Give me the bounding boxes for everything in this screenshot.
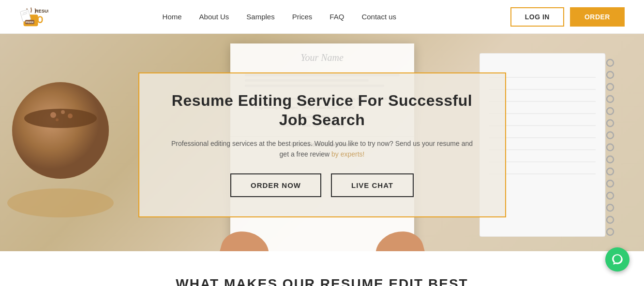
order-now-button[interactable]: ORDER NOW	[230, 173, 321, 197]
logo[interactable]: PERK RESUME	[19, 3, 48, 30]
nav-home[interactable]: Home	[163, 13, 182, 21]
resume-name: Your Name	[230, 43, 414, 67]
svg-point-26	[607, 59, 614, 66]
chat-icon	[611, 253, 624, 266]
coffee-cup-area	[0, 34, 121, 251]
svg-point-40	[607, 229, 614, 235]
login-button[interactable]: LOG IN	[510, 7, 564, 27]
nav-prices[interactable]: Prices	[292, 13, 313, 21]
header: PERK RESUME Home About Us Samples Prices…	[0, 0, 644, 34]
svg-point-13	[61, 110, 65, 114]
svg-point-28	[607, 84, 614, 90]
order-header-button[interactable]: ORDER	[570, 7, 625, 27]
svg-point-15	[56, 118, 59, 121]
live-chat-button[interactable]: LIVE CHAT	[331, 173, 414, 197]
svg-point-31	[607, 120, 614, 127]
svg-point-14	[68, 114, 73, 118]
svg-point-11	[24, 109, 97, 128]
nav-samples[interactable]: Samples	[246, 13, 274, 21]
svg-point-33	[607, 144, 614, 151]
bottom-title: WHAT MAKES OUR RESUME EDIT BEST IN CLASS	[19, 275, 625, 286]
hero-buttons: ORDER NOW LIVE CHAT	[168, 173, 476, 197]
logo-icon: PERK RESUME	[19, 3, 48, 30]
nav-about[interactable]: About Us	[199, 13, 229, 21]
header-buttons: LOG IN ORDER	[510, 7, 625, 27]
svg-point-8	[7, 188, 114, 217]
svg-point-38	[607, 204, 614, 211]
svg-point-37	[607, 192, 614, 199]
svg-point-32	[607, 132, 614, 139]
svg-point-39	[607, 216, 614, 223]
svg-point-36	[607, 180, 614, 187]
hero-section: Your Name Operating SystemsMicrosoft Win…	[0, 34, 644, 251]
svg-point-29	[607, 96, 614, 102]
svg-point-30	[607, 108, 614, 114]
svg-rect-1	[38, 17, 43, 23]
svg-point-27	[607, 72, 614, 78]
svg-text:RESUME: RESUME	[35, 8, 48, 14]
nav-contact[interactable]: Contact us	[361, 13, 396, 21]
hero-title: Resume Editing Service For Successful Jo…	[168, 91, 476, 129]
nav-faq[interactable]: FAQ	[329, 13, 344, 21]
svg-point-12	[50, 112, 56, 118]
svg-point-10	[12, 82, 109, 179]
chat-bubble-button[interactable]	[605, 247, 629, 272]
svg-text:PERK: PERK	[26, 21, 34, 24]
hero-overlay: Resume Editing Service For Successful Jo…	[138, 72, 506, 217]
hero-subtitle: Professional editing services at the bes…	[168, 138, 476, 160]
bottom-section: WHAT MAKES OUR RESUME EDIT BEST IN CLASS	[0, 251, 644, 286]
svg-point-35	[607, 168, 614, 175]
svg-point-34	[607, 156, 614, 163]
svg-rect-2	[20, 10, 31, 22]
main-nav: Home About Us Samples Prices FAQ Contact…	[163, 13, 397, 21]
hero-subtitle-link: by experts!	[331, 150, 364, 158]
